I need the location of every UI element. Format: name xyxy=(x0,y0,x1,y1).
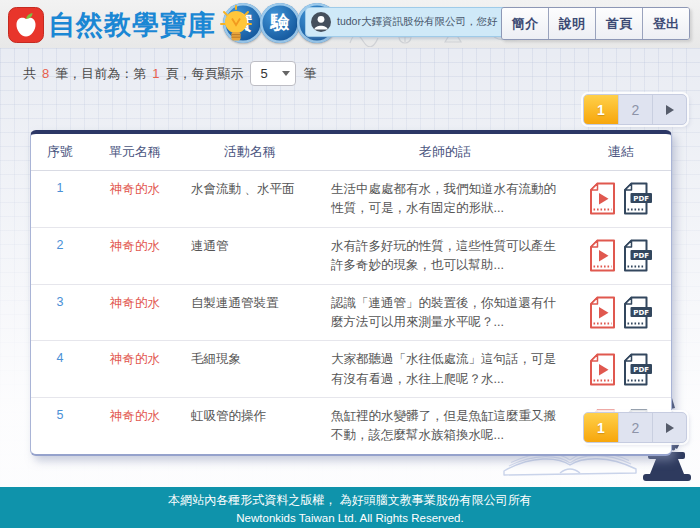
pagination-top: 1 2 xyxy=(583,94,687,125)
pdf-file-icon[interactable]: PDF xyxy=(623,353,653,386)
col-header-unit: 單元名稱 xyxy=(89,143,181,161)
cell-no[interactable]: 1 xyxy=(31,171,89,227)
record-info-suffix: 筆 xyxy=(302,65,317,83)
cell-activity: 自製連通管裝置 xyxy=(181,285,319,341)
page-2-button[interactable]: 2 xyxy=(618,95,652,124)
next-arrow-icon xyxy=(666,423,674,433)
cell-teacher: 大家都聽過「水往低處流」這句話，可是有沒有看過，水往上爬呢？水... xyxy=(319,341,571,397)
cell-teacher: 認識「連通管」的裝置後，你知道還有什麼方法可以用來測量水平呢？... xyxy=(319,285,571,341)
table-row: 1 神奇的水 水會流動 、水平面 生活中處處都有水，我們知道水有流動的性質，可是… xyxy=(31,171,671,227)
nav-intro-button[interactable]: 簡介 xyxy=(502,8,548,39)
pdf-file-icon[interactable]: PDF xyxy=(623,296,653,329)
pdf-file-icon[interactable]: PDF xyxy=(623,182,653,215)
cell-teacher: 水有許多好玩的性質，這些性質可以產生許多奇妙的現象，也可以幫助... xyxy=(319,228,571,284)
cell-unit: 神奇的水 xyxy=(89,398,181,454)
cell-teacher: 魚缸裡的水變髒了，但是魚缸這麼重又搬不動，該怎麼幫水族箱換水呢... xyxy=(319,398,571,454)
page-1-button[interactable]: 1 xyxy=(584,95,618,124)
cell-no[interactable]: 3 xyxy=(31,285,89,341)
pdf-file-icon[interactable]: PDF xyxy=(623,239,653,272)
user-greeting-badge: tudor大鐸資訊股份有限公司，您好！ xyxy=(305,7,518,37)
badge-circle-2: 驗 xyxy=(260,3,300,43)
pdf-label: PDF xyxy=(633,308,649,316)
table-row: 2 神奇的水 連通管 水有許多好玩的性質，這些性質可以產生許多奇妙的現象，也可以… xyxy=(31,227,671,284)
nav-help-button[interactable]: 說明 xyxy=(548,8,595,39)
per-page-select[interactable]: 5 xyxy=(250,61,296,86)
table-row: 5 神奇的水 虹吸管的操作 魚缸裡的水變髒了，但是魚缸這麼重又搬不動，該怎麼幫水… xyxy=(31,397,671,454)
pagination-bottom: 1 2 xyxy=(583,412,687,443)
footer-copyright-zh: 本網站內各種形式資料之版權， 為好頭腦文教事業股份有限公司所有 xyxy=(168,492,531,509)
col-header-teacher: 老師的話 xyxy=(319,143,571,161)
cell-unit: 神奇的水 xyxy=(89,171,181,227)
page-2-button-bottom[interactable]: 2 xyxy=(618,413,652,442)
per-page-select-wrap: 5 xyxy=(250,61,296,86)
record-info-mid1: 筆，目前為：第 xyxy=(54,65,147,83)
video-file-icon[interactable] xyxy=(589,296,616,329)
table-header-row: 序號 單元名稱 活動名稱 老師的話 連結 xyxy=(31,134,671,171)
next-page-button-bottom[interactable] xyxy=(652,413,686,442)
cell-unit: 神奇的水 xyxy=(89,228,181,284)
cell-links: PDF xyxy=(571,171,671,227)
cell-activity: 毛細現象 xyxy=(181,341,319,397)
activities-table: 序號 單元名稱 活動名稱 老師的話 連結 1 神奇的水 水會流動 、水平面 生活… xyxy=(30,130,672,456)
video-file-icon[interactable] xyxy=(589,239,616,272)
next-arrow-icon xyxy=(666,105,674,115)
cell-activity: 虹吸管的操作 xyxy=(181,398,319,454)
top-bar: 自然教學寶庫 實 驗 tudor大鐸資訊股份有限公司，您好！ xyxy=(0,0,700,48)
col-header-activity: 活動名稱 xyxy=(181,143,319,161)
cell-no[interactable]: 2 xyxy=(31,228,89,284)
pdf-label: PDF xyxy=(633,195,649,203)
col-header-links: 連結 xyxy=(571,143,671,161)
col-header-no: 序號 xyxy=(31,143,89,161)
apple-logo-icon xyxy=(8,7,44,43)
cell-teacher: 生活中處處都有水，我們知道水有流動的性質，可是，水有固定的形狀... xyxy=(319,171,571,227)
table-row: 4 神奇的水 毛細現象 大家都聽過「水往低處流」這句話，可是有沒有看過，水往上爬… xyxy=(31,340,671,397)
content-area: 共 8 筆，目前為：第 1 頁，每頁顯示 5 筆 1 2 序號 單元名稱 活動名… xyxy=(0,48,700,487)
page-1-button-bottom[interactable]: 1 xyxy=(584,413,618,442)
pdf-label: PDF xyxy=(633,365,649,373)
table-row: 3 神奇的水 自製連通管裝置 認識「連通管」的裝置後，你知道還有什麼方法可以用來… xyxy=(31,284,671,341)
video-file-icon[interactable] xyxy=(589,182,616,215)
cell-links: PDF xyxy=(571,341,671,397)
next-page-button[interactable] xyxy=(652,95,686,124)
table-body: 1 神奇的水 水會流動 、水平面 生活中處處都有水，我們知道水有流動的性質，可是… xyxy=(31,171,671,454)
cell-unit: 神奇的水 xyxy=(89,341,181,397)
user-icon xyxy=(311,12,331,32)
cell-activity: 連通管 xyxy=(181,228,319,284)
footer: 本網站內各種形式資料之版權， 為好頭腦文教事業股份有限公司所有 Newtonki… xyxy=(0,487,700,528)
current-page-number: 1 xyxy=(147,66,164,81)
cell-no[interactable]: 5 xyxy=(31,398,89,454)
footer-copyright-en: Newtonkids Taiwan Ltd. All Rights Reserv… xyxy=(236,512,463,524)
record-info-mid2: 頁，每頁顯示 xyxy=(164,65,244,83)
nav-home-button[interactable]: 首頁 xyxy=(595,8,642,39)
site-logo[interactable]: 自然教學寶庫 xyxy=(8,5,254,45)
cell-unit: 神奇的水 xyxy=(89,285,181,341)
user-greeting-text: tudor大鐸資訊股份有限公司，您好！ xyxy=(337,15,508,29)
record-info-prefix: 共 xyxy=(22,65,37,83)
nav-logout-button[interactable]: 登出 xyxy=(642,8,689,39)
cell-activity: 水會流動 、水平面 xyxy=(181,171,319,227)
main-nav: 簡介 說明 首頁 登出 xyxy=(501,7,690,40)
cell-links: PDF xyxy=(571,285,671,341)
record-info: 共 8 筆，目前為：第 1 頁，每頁顯示 5 筆 xyxy=(22,61,317,86)
cell-no[interactable]: 4 xyxy=(31,341,89,397)
record-total: 8 xyxy=(37,66,54,81)
lightbulb-icon xyxy=(219,5,253,45)
site-title: 自然教學寶庫 xyxy=(48,7,216,43)
video-file-icon[interactable] xyxy=(589,353,616,386)
pdf-label: PDF xyxy=(633,252,649,260)
cell-links: PDF xyxy=(571,228,671,284)
